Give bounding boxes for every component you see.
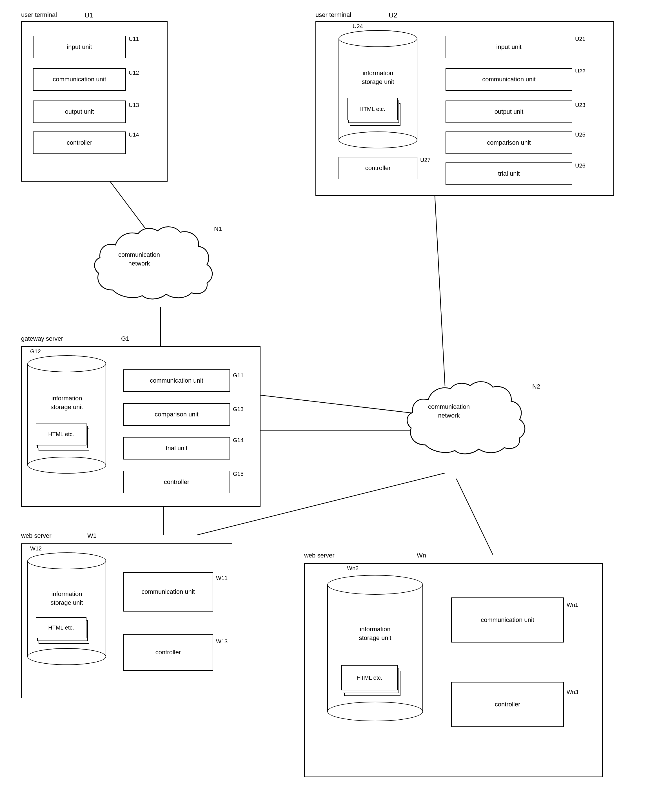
g12-pages: HTML etc. [36,423,92,457]
diagram-container: user terminal U1 input unit communicatio… [0,0,650,812]
u2-label: user terminal [315,11,351,18]
w11-label: W11 [216,575,228,582]
u24-pages: HTML etc. [347,98,403,131]
g1-comm-unit: communication unit [123,369,230,392]
w1-label: web server [21,532,52,539]
wn-controller: controller [451,682,564,727]
wn-comm-unit: communication unit [451,597,564,643]
u1-label: user terminal [21,11,57,18]
wn2-label: Wn2 [347,565,358,572]
g1-server-box: G12 informationstorage unit HTML etc. co… [21,346,260,507]
u2-output-unit: output unit [445,101,572,123]
w1-server-box: W12 informationstorage unit HTML etc. co… [21,543,232,698]
u27-label: U27 [420,157,431,163]
n2-cloud: communicationnetwork [403,377,538,467]
n1-label: communicationnetwork [118,250,160,268]
g12-cylinder: informationstorage unit HTML etc. [27,355,106,473]
u24-storage-label: U24 [353,23,363,29]
w1-controller: controller [123,634,213,671]
u24-cylinder: informationstorage unit HTML etc. [338,30,418,148]
w13-label: W13 [216,638,228,645]
u25-label: U25 [575,131,586,138]
u21-label: U21 [575,36,586,42]
g15-label: G15 [233,471,244,477]
n1-id: N1 [214,225,222,232]
w1-comm-unit: communication unit [123,572,213,612]
u2-controller: controller [338,157,418,179]
g1-label: gateway server [21,335,63,342]
u1-comm-unit: communication unit [33,68,126,91]
u1-output-unit: output unit [33,101,126,123]
w12-pages: HTML etc. [36,617,92,648]
g1-controller: controller [123,471,230,493]
wn1-label: Wn1 [567,602,578,608]
u13-label: U13 [129,102,139,108]
g1-id: G1 [121,335,129,342]
u14-label: U14 [129,131,139,138]
u26-label: U26 [575,162,586,169]
n1-cloud: communicationnetwork [90,223,225,313]
wn-server-box: Wn2 informationstorage unit HTML etc. co… [304,563,603,777]
g1-comparison-unit: comparison unit [123,403,230,426]
svg-line-6 [434,174,445,386]
g14-label: G14 [233,437,244,443]
u22-label: U22 [575,68,586,75]
n2-id: N2 [532,383,540,390]
g11-label: G11 [233,372,244,379]
u11-label: U11 [129,36,139,42]
u1-controller: controller [33,131,126,154]
w1-id: W1 [87,532,96,539]
u2-comparison-unit: comparison unit [445,131,572,154]
u2-id: U2 [388,11,398,19]
u2-comm-unit: communication unit [445,68,572,91]
g12-label: G12 [30,348,41,355]
wn2-cylinder: informationstorage unit HTML etc. [327,575,423,721]
wn2-pages: HTML etc. [341,665,403,702]
n2-label: communicationnetwork [428,403,470,420]
wn-id: Wn [417,552,426,559]
u1-server-box: input unit communication unit output uni… [21,21,168,182]
u1-id: U1 [84,11,93,19]
g1-trial-unit: trial unit [123,437,230,459]
svg-line-5 [456,479,493,555]
u12-label: U12 [129,70,139,76]
w12-cylinder: informationstorage unit HTML etc. [27,553,106,665]
wn3-label: Wn3 [567,689,578,696]
w12-label: W12 [30,545,42,552]
u2-input-unit: input unit [445,36,572,58]
u23-label: U23 [575,102,586,108]
g13-label: G13 [233,406,244,412]
u1-input-unit: input unit [33,36,126,58]
wn-label: web server [304,552,335,559]
u2-server-box: U24 informationstorage unit HTML etc. [315,21,614,196]
u2-trial-unit: trial unit [445,162,572,185]
